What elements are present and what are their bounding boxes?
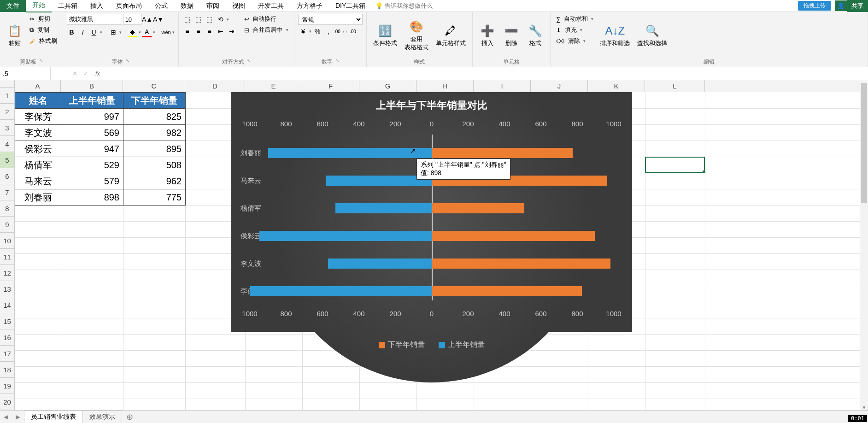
row-header[interactable]: 1 <box>0 88 15 104</box>
fill-color-icon[interactable]: ◆ <box>128 27 138 37</box>
vertical-scrollbar[interactable]: ▲ ▼ <box>860 81 868 410</box>
tab-diy[interactable]: DIY工具箱 <box>329 0 372 12</box>
row-header[interactable]: 16 <box>0 329 15 346</box>
format-painter-button[interactable]: 🖌 格式刷 <box>28 36 59 46</box>
tab-developer[interactable]: 开发工具 <box>252 0 290 12</box>
expand-icon[interactable]: ⤡ <box>39 58 43 66</box>
increase-font-icon[interactable]: A▲ <box>142 14 152 24</box>
scrollbar-thumb[interactable] <box>861 83 867 203</box>
tab-file[interactable]: 文件 <box>0 0 26 12</box>
row-header[interactable]: 12 <box>0 265 15 281</box>
number-format-select[interactable]: 常规 <box>298 14 363 25</box>
upload-button[interactable]: 拖拽上传 <box>798 1 831 11</box>
expand-icon[interactable]: ⤡ <box>335 58 339 66</box>
bar-right[interactable] <box>432 203 524 213</box>
comma-icon[interactable]: , <box>323 26 334 36</box>
cell-name[interactable]: 刘春丽 <box>15 189 61 206</box>
col-header[interactable]: A <box>15 80 61 92</box>
sheet-nav-prev-icon[interactable]: ◀ <box>0 413 12 420</box>
cell-h1[interactable]: 947 <box>61 141 123 157</box>
align-middle-icon[interactable]: ⬚ <box>194 14 204 24</box>
formula-input[interactable] <box>104 67 868 80</box>
font-size-input[interactable] <box>123 14 141 25</box>
bar-left[interactable] <box>335 203 432 213</box>
bar-right[interactable] <box>432 258 610 269</box>
col-header[interactable]: L <box>645 80 705 92</box>
row-header[interactable]: 17 <box>0 346 15 362</box>
clear-button[interactable]: ⌫ 清除 ▾ <box>554 36 596 46</box>
fx-icon[interactable]: fx <box>91 70 104 77</box>
tab-page-layout[interactable]: 页面布局 <box>110 0 148 12</box>
indent-dec-icon[interactable]: ⇤ <box>216 26 226 36</box>
cell-name[interactable]: 侯彩云 <box>15 141 61 157</box>
col-header[interactable]: G <box>359 80 416 92</box>
bar-right[interactable] <box>432 148 573 158</box>
cell-h1[interactable]: 529 <box>61 157 123 173</box>
align-top-icon[interactable]: ⬚ <box>182 14 193 24</box>
cell-h2[interactable]: 895 <box>123 141 186 157</box>
row-header[interactable]: 2 <box>0 104 15 120</box>
row-header[interactable]: 8 <box>0 200 15 217</box>
table-format-button[interactable]: 🎨套用 表格格式 <box>402 14 431 57</box>
tab-insert[interactable]: 插入 <box>84 0 110 12</box>
row-header[interactable]: 3 <box>0 120 15 136</box>
align-center-icon[interactable]: ≡ <box>194 26 204 36</box>
col-header[interactable]: K <box>588 80 645 92</box>
phonetic-icon[interactable]: wén <box>161 27 171 37</box>
find-select-button[interactable]: 🔍查找和选择 <box>634 14 670 57</box>
align-left-icon[interactable]: ≡ <box>182 26 193 36</box>
expand-icon[interactable]: ⤡ <box>247 58 251 66</box>
tab-home[interactable]: 开始 <box>26 0 52 12</box>
tab-data[interactable]: 数据 <box>174 0 200 12</box>
bar-left[interactable] <box>326 176 432 186</box>
insert-cells-button[interactable]: ➕插入 <box>476 14 499 57</box>
sheet-tab-other[interactable]: 效果演示 <box>82 411 122 423</box>
grid-body[interactable]: 姓名上半年销量下半年销量李保芳997825李文波569982侯彩云947895杨… <box>15 92 868 410</box>
cell-name[interactable]: 杨倩军 <box>15 157 61 173</box>
percent-icon[interactable]: % <box>312 26 323 36</box>
cell-h2[interactable]: 775 <box>123 189 186 206</box>
cell-h2[interactable]: 508 <box>123 157 186 173</box>
col-header[interactable]: F <box>302 80 359 92</box>
cell-h1[interactable]: 579 <box>61 173 123 189</box>
bar-right[interactable] <box>432 286 582 296</box>
col-header[interactable]: B <box>61 80 123 92</box>
cell-h1[interactable]: 569 <box>61 125 123 141</box>
cell-name[interactable]: 李文波 <box>15 125 61 141</box>
col-header[interactable]: E <box>245 80 302 92</box>
select-all-corner[interactable] <box>0 80 15 88</box>
delete-cells-button[interactable]: ➖删除 <box>500 14 522 57</box>
row-header[interactable]: 18 <box>0 362 15 378</box>
row-header[interactable]: 20 <box>0 394 15 410</box>
cut-button[interactable]: ✂ 剪切 <box>28 14 59 24</box>
cell-h2[interactable]: 962 <box>123 173 186 189</box>
cell-h1[interactable]: 898 <box>61 189 123 206</box>
tab-review[interactable]: 审阅 <box>200 0 226 12</box>
decrease-font-icon[interactable]: A▼ <box>153 14 164 24</box>
share-button[interactable]: 共享 <box>847 0 868 12</box>
cell-h2[interactable]: 982 <box>123 125 186 141</box>
underline-icon[interactable]: U <box>89 27 99 37</box>
merge-button[interactable]: ⊟ 合并后居中 ▾ <box>242 25 290 35</box>
fill-button[interactable]: ⬇ 填充 ▾ <box>554 25 596 35</box>
format-cells-button[interactable]: 🔧格式 <box>524 14 546 57</box>
row-header[interactable]: 7 <box>0 184 15 200</box>
cell-h2[interactable]: 825 <box>123 109 186 125</box>
col-header[interactable]: C <box>123 80 185 92</box>
tab-formulas[interactable]: 公式 <box>148 0 174 12</box>
wrap-text-button[interactable]: ↩ 自动换行 <box>242 14 290 24</box>
bold-icon[interactable]: B <box>67 27 77 37</box>
col-header[interactable]: I <box>474 80 531 92</box>
cell-name[interactable]: 马来云 <box>15 173 61 189</box>
row-header[interactable]: 6 <box>0 168 15 184</box>
bar-left[interactable] <box>268 148 432 158</box>
copy-button[interactable]: ⧉ 复制 <box>28 25 59 35</box>
name-box[interactable] <box>0 67 51 80</box>
align-bottom-icon[interactable]: ⬚ <box>205 14 215 24</box>
bar-right[interactable] <box>432 231 595 241</box>
tab-view[interactable]: 视图 <box>226 0 252 12</box>
indent-inc-icon[interactable]: ⇥ <box>227 26 237 36</box>
cond-format-button[interactable]: 🔢条件格式 <box>370 14 400 57</box>
scroll-down-icon[interactable]: ▼ <box>860 405 868 410</box>
cell-name[interactable]: 李保芳 <box>15 109 61 125</box>
